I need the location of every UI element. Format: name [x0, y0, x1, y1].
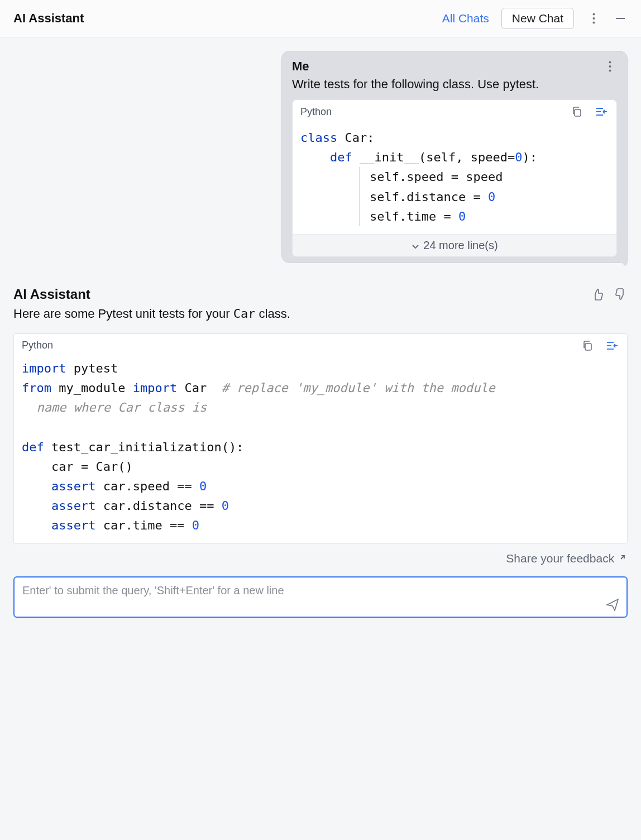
all-chats-link[interactable]: All Chats: [442, 12, 489, 25]
svg-point-4: [609, 61, 611, 64]
copy-icon[interactable]: [580, 338, 595, 353]
assistant-text: Here are some Pytest unit tests for your…: [13, 307, 628, 321]
code-token: test_car_initialization():: [44, 440, 244, 454]
code-language-label: Python: [22, 340, 53, 351]
assistant-label: AI Assistant: [13, 287, 90, 302]
copy-icon[interactable]: [570, 104, 584, 119]
insert-code-icon[interactable]: [594, 104, 609, 119]
code-token: import: [22, 361, 66, 375]
expand-code-button[interactable]: 24 more line(s): [293, 234, 616, 256]
code-token: 0: [458, 209, 466, 223]
code-token: 0: [199, 479, 207, 493]
svg-point-0: [592, 13, 595, 16]
conversation-panel: Me Write tests for the following class. …: [0, 37, 641, 544]
code-token: self.speed = speed: [370, 170, 503, 184]
code-token: def: [330, 150, 352, 164]
user-code-block: Python class Car: def __init__(self, spe…: [292, 99, 617, 257]
code-comment: name where Car class is: [22, 400, 207, 414]
assistant-message: AI Assistant Here are some Pytest unit t…: [13, 287, 628, 544]
code-token: Car:: [337, 131, 374, 145]
header-actions: All Chats New Chat: [442, 8, 628, 29]
new-chat-button[interactable]: New Chat: [501, 8, 574, 29]
code-token: car.distance ==: [95, 499, 221, 513]
expand-code-label: 24 more line(s): [423, 239, 498, 251]
user-message-text: Write tests for the following class. Use…: [292, 77, 617, 92]
code-token: Car: [177, 381, 221, 395]
code-token: my_module: [51, 381, 133, 395]
thumbs-up-icon[interactable]: [591, 287, 605, 302]
share-feedback-link[interactable]: Share your feedback: [0, 544, 641, 565]
code-token: import: [133, 381, 177, 395]
user-code-content: class Car: def __init__(self, speed=0): …: [293, 123, 616, 234]
share-feedback-label: Share your feedback: [506, 552, 614, 565]
code-token: 0: [192, 518, 199, 532]
code-token: def: [22, 440, 44, 454]
code-token: self.time =: [370, 209, 458, 223]
svg-rect-7: [575, 109, 581, 116]
svg-point-5: [609, 65, 611, 68]
text-part: Here are some Pytest unit tests for your: [13, 307, 233, 321]
code-token: assert: [51, 479, 95, 493]
text-part: class.: [255, 307, 290, 321]
header-bar: AI Assistant All Chats New Chat: [0, 0, 641, 37]
user-label: Me: [292, 59, 309, 74]
code-token: class: [300, 131, 337, 145]
code-token: ):: [522, 150, 537, 164]
code-token: (self, speed=: [419, 150, 515, 164]
inline-code: Car: [233, 307, 256, 321]
code-language-label: Python: [300, 106, 332, 118]
user-message: Me Write tests for the following class. …: [281, 51, 628, 263]
svg-point-1: [592, 17, 595, 20]
code-token: __init__: [352, 150, 419, 164]
code-token: assert: [51, 518, 95, 532]
chat-input-container[interactable]: [13, 576, 628, 618]
code-token: car = Car(): [22, 460, 133, 474]
code-token: car.speed ==: [95, 479, 199, 493]
svg-point-6: [609, 70, 611, 72]
svg-point-2: [592, 22, 595, 24]
code-token: pytest: [66, 361, 118, 375]
code-token: 0: [488, 190, 495, 204]
app-title: AI Assistant: [13, 11, 84, 26]
svg-rect-11: [585, 343, 591, 350]
assistant-code-content: import pytest from my_module import Car …: [14, 357, 627, 543]
kebab-menu-icon[interactable]: [586, 11, 601, 26]
chat-input[interactable]: [21, 583, 600, 612]
code-token: self.distance =: [370, 190, 488, 204]
code-token: 0: [515, 150, 522, 164]
code-token: from: [22, 381, 51, 395]
code-token: assert: [51, 499, 95, 513]
send-icon[interactable]: [605, 598, 620, 612]
insert-code-icon[interactable]: [605, 338, 619, 353]
assistant-code-block: Python import pytest from my_module impo…: [13, 333, 628, 544]
message-menu-icon[interactable]: [602, 59, 617, 74]
minimize-icon[interactable]: [613, 11, 628, 26]
code-comment: # replace 'my_module' with the module: [222, 381, 495, 395]
code-token: 0: [222, 499, 229, 513]
thumbs-down-icon[interactable]: [613, 287, 628, 302]
code-token: car.time ==: [95, 518, 192, 532]
